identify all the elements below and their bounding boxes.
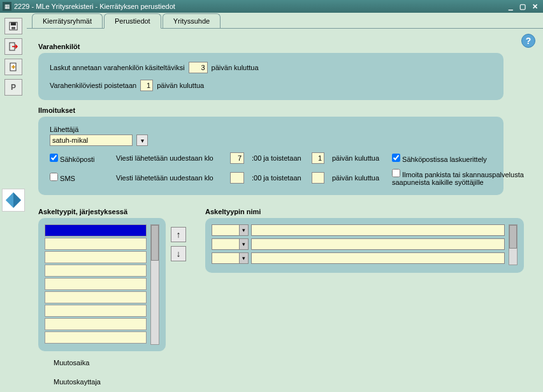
name-row-field[interactable] [251, 238, 505, 250]
input-klo1[interactable] [230, 152, 244, 164]
name-row-dropdown[interactable]: ▾ [212, 224, 249, 236]
svg-rect-1 [11, 22, 16, 25]
tab-bar: Kierrätysryhmät Perustiedot Yrityssuhde [27, 13, 543, 28]
label-poist-post: päivän kuluttua [157, 82, 204, 89]
minimize-button[interactable]: ⎯ [505, 1, 516, 11]
label-laskut-post: päivän kuluttua [212, 64, 259, 71]
label-toist2: :00 ja toistetaan [252, 174, 309, 182]
label-post1: päivän kuluttua [332, 154, 389, 162]
save-button[interactable] [4, 18, 22, 34]
tab-yrityssuhde[interactable]: Yrityssuhde [163, 13, 221, 29]
exit-button[interactable] [4, 38, 22, 55]
list-item[interactable] [45, 291, 147, 303]
tab-kierratysryhmat[interactable]: Kierrätysryhmät [32, 13, 103, 29]
section-ilmoitukset-label: Ilmoitukset [38, 106, 532, 114]
checkbox-ilmoita[interactable] [392, 169, 400, 177]
label-lahettaja: Lähettäjä [50, 126, 492, 133]
new-button[interactable] [4, 59, 22, 75]
list-scrollbar[interactable] [150, 224, 159, 345]
label-poist-pre: Varahenkilöviesti poistetaan [50, 82, 136, 89]
close-button[interactable]: ✕ [529, 1, 540, 11]
list-item[interactable] [45, 265, 147, 277]
input-toist2[interactable] [312, 172, 324, 184]
label-muutosaika: Muutosaika [54, 359, 186, 367]
label-erittely: Sähköpostissa laskuerittely [402, 156, 487, 163]
svg-rect-2 [11, 27, 15, 29]
label-sahkoposti: Sähköposti [60, 156, 94, 163]
tab-perustiedot[interactable]: Perustiedot [104, 13, 161, 29]
app-logo-icon [2, 189, 25, 212]
move-up-button[interactable]: ↑ [171, 227, 186, 242]
label-post2: päivän kuluttua [332, 174, 389, 182]
input-lahettaja[interactable] [50, 134, 133, 146]
name-row-dropdown[interactable]: ▾ [212, 238, 249, 250]
titlebar: ▦ 2229 - MLe Yritysrekisteri - Kierrätyk… [0, 0, 543, 13]
input-toist1[interactable] [312, 152, 324, 164]
label-ilmoita: Ilmoita pankista tai skannauspalvelusta … [392, 171, 524, 186]
maximize-button[interactable]: ▢ [517, 1, 528, 11]
p-button[interactable]: P [4, 79, 22, 96]
list-item[interactable] [45, 331, 147, 344]
label-sms: SMS [60, 175, 75, 182]
label-toist1: :00 ja toistetaan [252, 154, 309, 162]
label-laskut-pre: Laskut annetaan varahenkilön käsiteltävi… [50, 64, 185, 71]
label-viesti1: Viesti lähetetään uudestaan klo [116, 154, 228, 162]
section-varahenkilot-label: Varahenkilöt [38, 43, 532, 50]
section-askeltyypin-nimi-label: Askeltyypin nimi [205, 208, 532, 215]
label-viesti2: Viesti lähetetään uudestaan klo [116, 174, 228, 182]
window-title: 2229 - MLe Yritysrekisteri - Kierrätykse… [14, 3, 504, 10]
name-row-dropdown[interactable]: ▾ [212, 252, 249, 264]
lahettaja-dropdown-button[interactable]: ▾ [136, 134, 148, 146]
name-row-field[interactable] [251, 224, 505, 236]
list-item[interactable] [45, 224, 147, 236]
askeltyypin-nimi-panel: ▾ ▾ ▾ [205, 218, 524, 273]
input-laskut-days[interactable] [189, 62, 208, 73]
panel-ilmoitukset: Lähettäjä ▾ Sähköposti Viesti lähetetään… [38, 117, 503, 195]
checkbox-erittely[interactable] [392, 154, 400, 162]
input-klo2[interactable] [230, 172, 244, 184]
label-muutoskayttaja: Muutoskayttaja [54, 378, 186, 386]
input-poist-days[interactable] [140, 80, 153, 91]
list-item[interactable] [45, 305, 147, 317]
checkbox-sms[interactable] [50, 173, 58, 181]
section-askeltyypit-label: Askeltyypit, järjestyksessä [38, 208, 186, 215]
help-button[interactable]: ? [521, 34, 535, 48]
move-down-button[interactable]: ↓ [171, 246, 186, 261]
checkbox-sahkoposti[interactable] [50, 154, 58, 162]
list-item[interactable] [45, 278, 147, 290]
app-icon: ▦ [3, 2, 11, 11]
panel-varahenkilot: Laskut annetaan varahenkilön käsiteltävi… [38, 53, 503, 100]
list-item[interactable] [45, 251, 147, 263]
list-item[interactable] [45, 318, 147, 330]
name-row-field[interactable] [251, 252, 505, 264]
left-toolbar: P [0, 13, 27, 392]
list-item[interactable] [45, 238, 147, 250]
askeltyypit-listbox [38, 218, 166, 351]
names-scrollbar[interactable] [509, 224, 518, 265]
